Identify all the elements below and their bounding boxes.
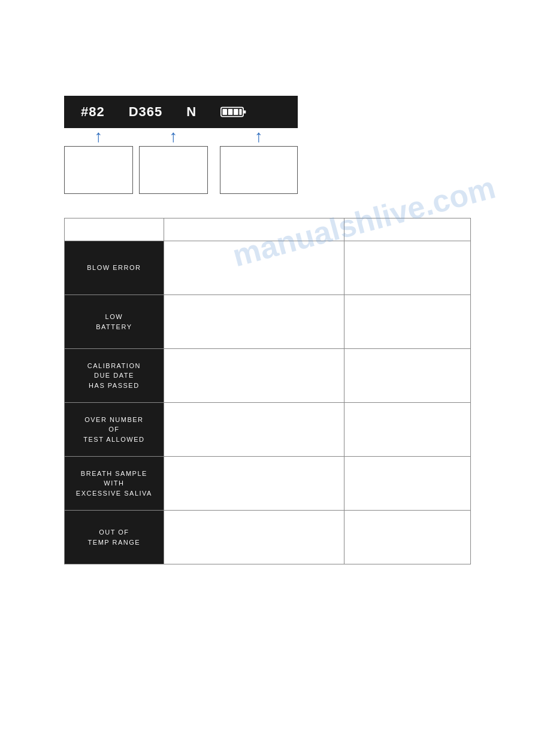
- model-code: D365: [129, 104, 163, 120]
- col-header-middle: [164, 218, 344, 241]
- row2-col2: [164, 295, 344, 349]
- row5-col2: [164, 457, 344, 511]
- arrow-up-1: ↑: [95, 128, 103, 145]
- error-label-over-number: OVER NUMBEROFTEST ALLOWED: [65, 403, 164, 457]
- table-header-row: [65, 218, 471, 241]
- table-section: BLOW ERROR LOWBATTERY CALIBRATIONDUE DAT…: [64, 218, 471, 564]
- mode-indicator: N: [186, 104, 197, 120]
- table-row: OUT OFTEMP RANGE: [65, 511, 471, 564]
- arrow-box-group-2: ↑: [139, 128, 208, 194]
- table-row: LOWBATTERY: [65, 295, 471, 349]
- label-box-2: [139, 146, 208, 194]
- table-row: OVER NUMBEROFTEST ALLOWED: [65, 403, 471, 457]
- arrow-up-2: ↑: [170, 128, 178, 145]
- battery-icon: [220, 105, 247, 119]
- error-label-low-battery: LOWBATTERY: [65, 295, 164, 349]
- row6-col3: [344, 511, 471, 564]
- row6-col2: [164, 511, 344, 564]
- label-box-3: [220, 146, 298, 194]
- svg-rect-5: [240, 109, 242, 115]
- col-header-right: [344, 218, 471, 241]
- error-label-blow-error: BLOW ERROR: [65, 241, 164, 295]
- row2-col3: [344, 295, 471, 349]
- svg-rect-3: [228, 109, 233, 115]
- error-label-calibration: CALIBRATIONDUE DATEHAS PASSED: [65, 349, 164, 403]
- error-label-out-of-temp: OUT OFTEMP RANGE: [65, 511, 164, 564]
- arrow-box-group-3: ↑: [220, 128, 298, 194]
- table-row: CALIBRATIONDUE DATEHAS PASSED: [65, 349, 471, 403]
- table-row: BLOW ERROR: [65, 241, 471, 295]
- table-row: BREATH SAMPLEWITHEXCESSIVE SALIVA: [65, 457, 471, 511]
- display-panel: #82 D365 N: [64, 96, 298, 128]
- display-section: #82 D365 N ↑: [64, 96, 471, 194]
- error-label-breath-sample: BREATH SAMPLEWITHEXCESSIVE SALIVA: [65, 457, 164, 511]
- row3-col2: [164, 349, 344, 403]
- error-table: BLOW ERROR LOWBATTERY CALIBRATIONDUE DAT…: [64, 218, 471, 564]
- row1-col2: [164, 241, 344, 295]
- row1-col3: [344, 241, 471, 295]
- svg-rect-2: [223, 109, 228, 115]
- label-box-1: [64, 146, 133, 194]
- row3-col3: [344, 349, 471, 403]
- row4-col3: [344, 403, 471, 457]
- arrow-box-group-1: ↑: [64, 128, 133, 194]
- arrow-up-3: ↑: [255, 128, 263, 145]
- test-number: #82: [81, 104, 105, 120]
- svg-rect-1: [243, 110, 246, 113]
- svg-rect-4: [234, 109, 238, 115]
- row4-col2: [164, 403, 344, 457]
- col-header-label: [65, 218, 164, 241]
- row5-col3: [344, 457, 471, 511]
